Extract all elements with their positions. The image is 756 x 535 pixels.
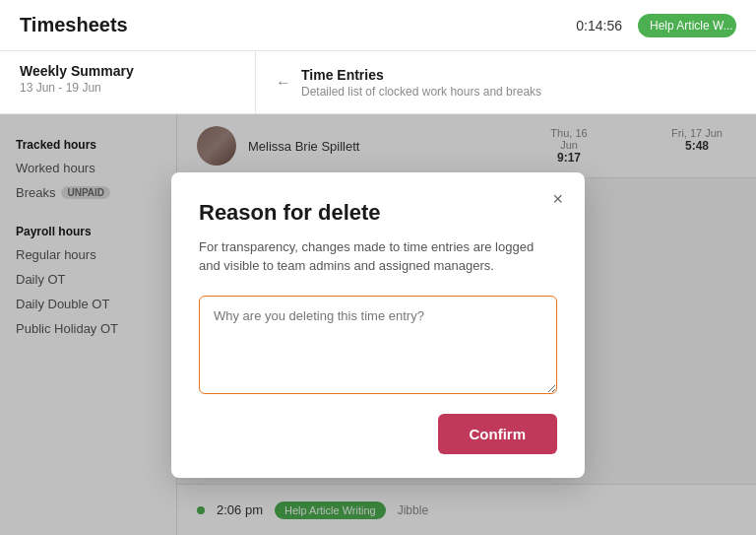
back-arrow-icon[interactable]: ← (276, 74, 291, 92)
modal-close-button[interactable]: × (546, 188, 569, 210)
timer-display: 0:14:56 (576, 18, 622, 33)
time-entries-title: Time Entries (301, 67, 541, 83)
time-entries-section[interactable]: ← Time Entries Detailed list of clocked … (256, 51, 561, 113)
modal-title: Reason for delete (199, 200, 557, 226)
sub-header: Weekly Summary 13 Jun - 19 Jun ← Time En… (0, 51, 756, 114)
confirm-button[interactable]: Confirm (438, 414, 558, 454)
reason-for-delete-modal: × Reason for delete For transparency, ch… (171, 172, 585, 478)
modal-overlay: × Reason for delete For transparency, ch… (0, 114, 756, 535)
weekly-summary-section: Weekly Summary 13 Jun - 19 Jun (0, 51, 256, 113)
reason-textarea[interactable] (199, 296, 557, 394)
time-entries-subtitle: Detailed list of clocked work hours and … (301, 85, 541, 99)
main-content: Tracked hours Worked hours Breaks UNPAID… (0, 114, 756, 535)
app-title: Timesheets (20, 14, 128, 36)
modal-footer: Confirm (199, 414, 557, 454)
weekly-summary-title: Weekly Summary (20, 63, 235, 79)
help-article-badge[interactable]: Help Article W... (638, 14, 736, 37)
top-header: Timesheets 0:14:56 Help Article W... (0, 0, 756, 51)
weekly-dates: 13 Jun - 19 Jun (20, 81, 235, 95)
modal-description: For transparency, changes made to time e… (199, 237, 557, 276)
header-right: 0:14:56 Help Article W... (576, 14, 736, 37)
time-entries-info: Time Entries Detailed list of clocked wo… (301, 67, 541, 99)
